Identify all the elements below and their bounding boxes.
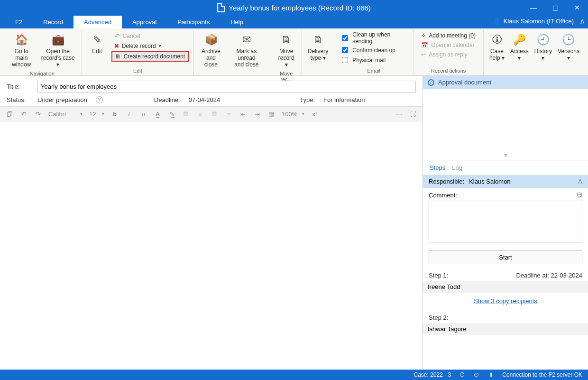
ribbon-group-move: 🗎 Move record ▾ Move rec... bbox=[271, 30, 302, 75]
versions-button[interactable]: 🕒Versions▾ bbox=[555, 30, 582, 67]
align-left-button[interactable]: ☰ bbox=[180, 108, 192, 120]
status-case: Case: 2022 - 3 bbox=[414, 371, 451, 378]
delivery-type-label: Delivery type bbox=[308, 48, 328, 61]
delete-record-label: Delete record bbox=[122, 43, 156, 49]
briefcase-icon: 💼 bbox=[50, 32, 65, 47]
user-link[interactable]: 👤 Klaus Salomon (IT Office) bbox=[493, 18, 574, 25]
collapse-arrow-icon[interactable]: ▾ bbox=[504, 151, 507, 159]
superscript-button[interactable]: x² bbox=[309, 108, 321, 120]
step2-label: Step 2: bbox=[429, 314, 448, 321]
confirm-cleanup-checkbox[interactable]: Confirm clean up bbox=[340, 46, 407, 55]
approval-document-label: Approval document bbox=[438, 79, 491, 86]
cancel-button: ↶ Cancel bbox=[111, 31, 189, 41]
history-button[interactable]: 🕘History▾ bbox=[532, 30, 555, 67]
tab-advanced[interactable]: Advanced bbox=[74, 16, 122, 28]
start-button[interactable]: Start bbox=[429, 250, 582, 264]
add-to-meeting-button[interactable]: ✧Add to meeting (0) bbox=[418, 31, 478, 40]
archive-close-button[interactable]: 📦 Archive and close bbox=[197, 30, 225, 70]
envelope-icon: ✉ bbox=[239, 32, 254, 47]
bold-button[interactable]: b bbox=[109, 108, 120, 120]
delivery-type-button[interactable]: 🗎 Delivery type ▾ bbox=[305, 30, 331, 67]
align-right-button[interactable]: ☰ bbox=[209, 108, 220, 120]
go-main-window-button[interactable]: 🏠 Go to main window bbox=[6, 30, 37, 70]
maximize-button[interactable]: ▢ bbox=[544, 0, 566, 15]
ribbon-group-right: 🛈Case help ▾ 🔑Access▾ 🕘History▾ 🕒Version… bbox=[484, 30, 585, 75]
open-in-calendar-button: 📅Open in calendar bbox=[418, 41, 478, 49]
open-records-case-label: Open the record's case bbox=[41, 48, 75, 61]
edit-label: Edit bbox=[92, 48, 102, 55]
undo-icon: ↶ bbox=[114, 32, 120, 40]
tab-log[interactable]: Log bbox=[452, 164, 462, 171]
tab-f2[interactable]: F2 bbox=[5, 16, 33, 28]
ribbon-group-close: 📦 Archive and close ✉ Mark as unread and… bbox=[194, 30, 271, 75]
info-icon: 🛈 bbox=[489, 32, 505, 47]
tab-participants[interactable]: Participants bbox=[167, 16, 220, 28]
more-button[interactable]: ⋯ bbox=[393, 108, 404, 120]
create-record-document-button[interactable]: 🗎 Create record document bbox=[111, 51, 189, 62]
indent-button[interactable]: ⇥ bbox=[251, 108, 263, 120]
type-value: For information bbox=[323, 96, 365, 103]
italic-button[interactable]: i bbox=[123, 108, 135, 120]
fontsize-select[interactable]: 12▾ bbox=[87, 111, 106, 118]
collapse-responsible-button[interactable]: ᐱ bbox=[578, 178, 582, 185]
help-icon[interactable]: ? bbox=[96, 96, 103, 103]
insert-table-button[interactable]: ▦ bbox=[266, 108, 277, 120]
font-select[interactable]: Calibri▾ bbox=[46, 111, 84, 118]
access-button[interactable]: 🔑Access▾ bbox=[507, 30, 532, 67]
document-icon bbox=[217, 3, 225, 12]
close-button[interactable]: ✕ bbox=[566, 0, 588, 15]
physical-mail-checkbox[interactable]: Physical mail bbox=[340, 56, 407, 65]
type-label: Type: bbox=[300, 96, 315, 103]
right-pane: ✓ Approval document ▾ Steps Log Responsi… bbox=[423, 76, 588, 370]
delete-record-button[interactable]: ✖ Delete record ▾ bbox=[111, 42, 189, 50]
undo-button[interactable]: ↶ bbox=[18, 108, 29, 120]
ribbon-group-email: Clean up when sending Confirm clean up P… bbox=[334, 30, 413, 75]
move-record-button[interactable]: 🗎 Move record ▾ bbox=[274, 30, 299, 70]
title-input[interactable] bbox=[37, 81, 416, 93]
minimize-button[interactable]: — bbox=[523, 0, 544, 15]
tab-steps[interactable]: Steps bbox=[430, 164, 445, 171]
attach-icon[interactable]: 🗍 bbox=[4, 108, 15, 120]
zoom-select[interactable]: 100%▾ bbox=[280, 111, 306, 118]
go-main-window-label: Go to main window bbox=[9, 48, 35, 68]
list-button[interactable]: ≣ bbox=[223, 108, 234, 120]
create-record-document-label: Create record document bbox=[124, 53, 185, 60]
star-people-icon: ✧ bbox=[421, 32, 426, 39]
timer-icon: ⏱ bbox=[459, 371, 465, 378]
clock-icon: 🕒 bbox=[561, 32, 576, 47]
cleanup-sending-label: Clean up when sending bbox=[352, 31, 407, 45]
cleanup-sending-checkbox[interactable]: Clean up when sending bbox=[340, 31, 407, 45]
comment-textarea[interactable] bbox=[429, 201, 582, 242]
highlight-button[interactable]: ✎̲ bbox=[166, 108, 177, 120]
expand-editor-button[interactable]: ⛶ bbox=[407, 108, 419, 120]
align-center-button[interactable]: ≡ bbox=[194, 108, 206, 120]
physical-mail-label: Physical mail bbox=[352, 57, 386, 64]
save-comment-icon[interactable]: 🖫 bbox=[576, 192, 582, 199]
font-color-button[interactable]: A̲ bbox=[152, 108, 163, 120]
redo-button[interactable]: ↷ bbox=[32, 108, 44, 120]
move-record-label: Move record bbox=[278, 48, 294, 61]
edit-button[interactable]: ✎ Edit bbox=[85, 30, 110, 67]
calendar-icon: 📅 bbox=[421, 42, 428, 48]
tab-record[interactable]: Record bbox=[33, 16, 74, 28]
tab-help[interactable]: Help bbox=[220, 16, 254, 28]
status-value: Under preparation bbox=[37, 96, 87, 103]
editor-canvas[interactable] bbox=[0, 121, 423, 370]
key-icon: 🔑 bbox=[512, 32, 527, 47]
mark-unread-close-button[interactable]: ✉ Mark as unread and close bbox=[225, 30, 268, 70]
show-copy-recipients-link[interactable]: Show 3 copy recipients bbox=[474, 297, 537, 305]
open-records-case-button[interactable]: 💼 Open the record's case ▾ bbox=[37, 30, 79, 70]
underline-button[interactable]: u bbox=[138, 108, 149, 120]
page-icon: 🗎 bbox=[311, 32, 326, 47]
collapse-ribbon-button[interactable]: ᐱ bbox=[580, 19, 584, 25]
case-help-label: Case help bbox=[489, 48, 504, 61]
tab-approval[interactable]: Approval bbox=[122, 16, 167, 28]
status-connection: Connection to the F2 server OK bbox=[502, 371, 582, 378]
assign-as-reply-button: ↩Assign as reply bbox=[418, 50, 478, 59]
step1-assignee: Ireene Todd bbox=[423, 281, 588, 293]
case-help-button[interactable]: 🛈Case help ▾ bbox=[487, 30, 507, 67]
assign-as-reply-label: Assign as reply bbox=[429, 51, 467, 58]
archive-icon: 📦 bbox=[203, 32, 219, 47]
outdent-button[interactable]: ⇤ bbox=[237, 108, 248, 120]
approval-document-row[interactable]: ✓ Approval document bbox=[423, 76, 588, 89]
